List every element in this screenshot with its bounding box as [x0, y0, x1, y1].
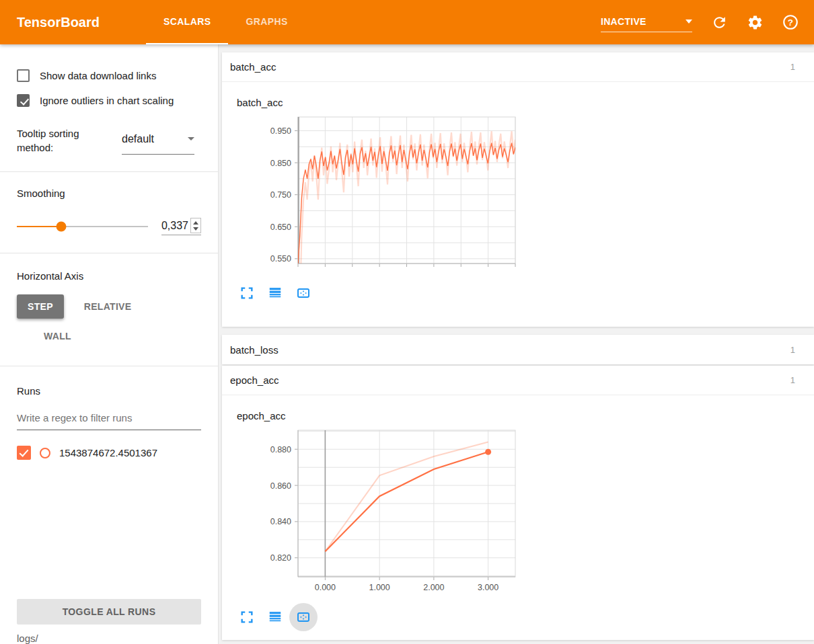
show-download-links-checkbox[interactable]: Show data download links [0, 63, 218, 88]
chevron-down-icon [188, 137, 194, 140]
runs-section: Runs Write a regex to filter runs 154387… [0, 366, 218, 460]
log-directory-label: logs/ [0, 625, 218, 644]
run-filter-input[interactable]: Write a regex to filter runs [17, 412, 201, 430]
chart-toolbar [238, 604, 814, 631]
number-spinner[interactable] [190, 218, 201, 233]
refresh-icon[interactable] [710, 13, 728, 31]
chart-title: batch_acc [237, 97, 814, 113]
smoothing-label: Smoothing [17, 186, 201, 200]
svg-text:0.880: 0.880 [270, 445, 291, 454]
chart-toolbar [238, 280, 814, 307]
svg-text:0.000: 0.000 [315, 583, 336, 592]
run-name: 1543874672.4501367 [59, 447, 157, 458]
svg-text:0.820: 0.820 [270, 553, 291, 563]
svg-text:?: ? [788, 17, 793, 28]
toolbar-actions: INACTIVE ? [601, 0, 814, 44]
section-header-batch-acc[interactable]: batch_acc 1 [222, 52, 814, 82]
tensorboard-app: TensorBoard SCALARS GRAPHS INACTIVE [0, 0, 814, 644]
svg-text:1.000: 1.000 [369, 583, 390, 592]
run-color-radio-icon[interactable] [40, 448, 50, 458]
svg-text:2.000: 2.000 [423, 583, 444, 592]
toggle-all-runs-button[interactable]: TOGGLE ALL RUNS [17, 599, 201, 625]
svg-text:0.950: 0.950 [270, 126, 291, 136]
section-count-badge: 1 [790, 375, 795, 385]
chart-title: epoch_acc [237, 410, 814, 426]
batch-acc-chart[interactable]: 0.5500.6500.7500.8500.950 [235, 113, 525, 270]
run-list-item[interactable]: 1543874672.4501367 [17, 446, 201, 460]
run-checkbox-checked-icon[interactable] [17, 446, 31, 460]
help-icon[interactable]: ? [782, 13, 799, 31]
axis-wall-button[interactable]: WALL [33, 324, 82, 348]
svg-text:3.000: 3.000 [478, 583, 498, 592]
horizontal-axis-section: Horizontal Axis STEP RELATIVE WALL [0, 253, 218, 348]
checkbox-checked-icon [17, 94, 30, 107]
section-epoch-acc: epoch_acc 1 epoch_acc 0.8200.8400.8600.8… [222, 366, 814, 640]
tab-scalars[interactable]: SCALARS [146, 0, 228, 44]
smoothing-section: Smoothing 0,337 [0, 172, 218, 235]
spinner-up-icon[interactable] [193, 221, 198, 225]
checkbox-unchecked-icon [17, 69, 30, 82]
tooltip-sorting-label: Tooltip sorting method: [17, 126, 92, 155]
tooltip-sorting-row: Tooltip sorting method: default [0, 113, 218, 155]
section-batch-loss: batch_loss 1 [222, 335, 814, 364]
chevron-down-icon [686, 19, 692, 24]
slider-thumb[interactable] [56, 222, 66, 232]
tab-graphs[interactable]: GRAPHS [228, 0, 305, 44]
horizontal-axis-label: Horizontal Axis [17, 269, 201, 283]
smoothing-slider[interactable] [17, 226, 148, 227]
line-weight-icon[interactable] [266, 608, 284, 626]
scalars-dashboard: batch_acc 1 batch_acc 0.5500.6500.7500.8… [219, 44, 814, 644]
svg-text:0.850: 0.850 [270, 159, 291, 168]
section-count-badge: 1 [790, 345, 795, 355]
svg-text:0.550: 0.550 [270, 254, 291, 264]
svg-text:0.650: 0.650 [270, 223, 291, 232]
section-count-badge: 1 [790, 62, 795, 72]
nav-tabs: SCALARS GRAPHS [146, 0, 305, 44]
axis-step-button[interactable]: STEP [17, 294, 64, 319]
status-dropdown[interactable]: INACTIVE [601, 16, 692, 32]
smoothing-value-input[interactable]: 0,337 [161, 218, 201, 235]
expand-icon[interactable] [238, 608, 256, 626]
section-header-batch-loss[interactable]: batch_loss 1 [222, 335, 814, 364]
expand-icon[interactable] [238, 284, 256, 302]
line-weight-icon[interactable] [266, 284, 284, 302]
svg-text:0.860: 0.860 [270, 481, 291, 491]
svg-text:0.750: 0.750 [270, 190, 291, 200]
runs-label: Runs [17, 384, 201, 398]
fit-domain-icon[interactable] [295, 284, 312, 302]
app-toolbar: TensorBoard SCALARS GRAPHS INACTIVE [0, 0, 814, 44]
status-label: INACTIVE [601, 16, 646, 27]
tooltip-sorting-select[interactable]: default [122, 129, 194, 155]
fit-domain-icon[interactable] [295, 608, 312, 626]
svg-text:0.840: 0.840 [270, 517, 291, 526]
settings-gear-icon[interactable] [746, 13, 764, 31]
section-header-epoch-acc[interactable]: epoch_acc 1 [222, 366, 814, 395]
ignore-outliers-checkbox[interactable]: Ignore outliers in chart scaling [0, 88, 218, 113]
axis-relative-button[interactable]: RELATIVE [68, 294, 148, 319]
app-title: TensorBoard [17, 15, 130, 30]
settings-sidebar: Show data download links Ignore outliers… [0, 44, 219, 644]
section-batch-acc: batch_acc 1 batch_acc 0.5500.6500.7500.8… [222, 52, 814, 327]
spinner-down-icon[interactable] [193, 227, 198, 231]
epoch-acc-chart[interactable]: 0.8200.8400.8600.8800.0001.0002.0003.000 [235, 426, 525, 594]
